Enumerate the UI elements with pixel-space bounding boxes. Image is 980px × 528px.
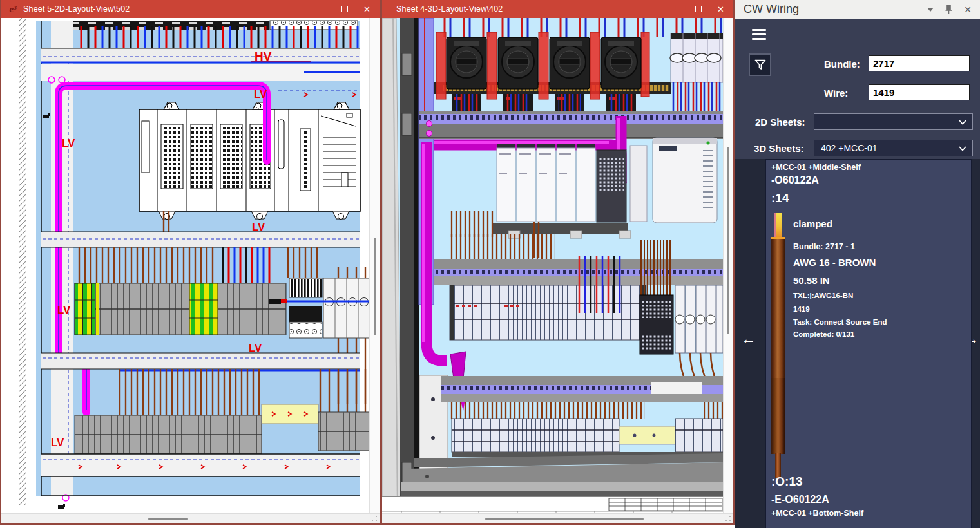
window-title-3d: Sheet 4-3D-Layout-View\402 (396, 5, 675, 14)
wire-graphic (770, 213, 789, 478)
label-lv-4: LV (57, 304, 71, 316)
vertical-scroll-thumb-2d[interactable] (374, 238, 376, 335)
drawing-2d-canvas[interactable]: HV (1, 18, 369, 513)
application-stage: e³ Sheet 5-2D-Layout-View\502 – ✕ (0, 0, 980, 528)
maximize-button-3d[interactable] (695, 6, 702, 12)
sheets-3d-dropdown[interactable]: 402 +MCC-01 (814, 140, 973, 156)
terminal-strip-middle (75, 283, 286, 335)
close-button-2d[interactable]: ✕ (363, 5, 370, 14)
chevron-down-icon (959, 146, 966, 151)
wire-tip-segment (774, 213, 782, 238)
panel-body: Bundle: Wire: 2D Sheets: 3D Sheets: 402 … (735, 19, 980, 528)
wire-gauge-color: AWG 16 - BROWN (793, 257, 876, 268)
wire-task: Task: Connect Source End (793, 318, 887, 326)
sheets-3d-value: 402 +MCC-01 (821, 143, 878, 153)
label-lv-6: LV (51, 437, 64, 449)
location-bottom: +MCC-01 +Bottom-Shelf (771, 509, 863, 518)
wire-type: TXL:|:AWG16-BN (793, 292, 853, 299)
drawing-3d-canvas[interactable] (382, 18, 723, 513)
panel-header: CW Wiring ✕ (735, 0, 980, 19)
window-title-2d: Sheet 5-2D-Layout-View\502 (23, 5, 322, 14)
panel-close-icon[interactable]: ✕ (964, 5, 972, 14)
sheet-2d: HV (1, 18, 369, 513)
wire-detail-card: +MCC-01 +Middle-Shelf -O60122A :14 clamp… (765, 159, 972, 528)
wire-status: clamped (793, 218, 832, 229)
wire-label: Wire: (824, 88, 848, 99)
plc-rack (139, 102, 360, 220)
wire-input[interactable] (869, 84, 970, 100)
vertical-scroll-thumb-3d[interactable] (727, 147, 729, 334)
horizontal-scrollbar-3d[interactable] (382, 513, 733, 523)
close-button-3d[interactable]: ✕ (717, 5, 724, 14)
canvas-3d-container (382, 18, 733, 513)
pin-top: :14 (771, 191, 789, 205)
prev-wire-arrow[interactable]: ← (741, 330, 756, 348)
label-lv-1: LV (254, 88, 267, 100)
wire-length: 50.58 IN (793, 275, 830, 286)
pin-icon[interactable] (945, 5, 953, 14)
horizontal-scroll-thumb-2d[interactable] (148, 518, 188, 520)
sheets-2d-label: 2D Sheets: (755, 117, 805, 127)
resize-grip-2d[interactable] (371, 515, 378, 522)
contactor-row (670, 33, 723, 82)
app-logo-icon: e³ (6, 3, 19, 15)
panel-menu-caret-icon[interactable] (927, 8, 934, 12)
canvas-2d-container: HV (1, 18, 380, 513)
resize-grip-3d[interactable] (725, 515, 731, 522)
location-top: +MCC-01 +Middle-Shelf (771, 163, 861, 172)
funnel-icon (754, 59, 766, 70)
wire-body-segment (771, 237, 785, 378)
label-lv-5: LV (249, 342, 262, 354)
sheets-3d-label: 3D Sheets: (754, 143, 804, 154)
vertical-scrollbar-2d[interactable] (369, 18, 380, 513)
bundle-input[interactable] (869, 55, 970, 71)
titlebar-2d[interactable]: e³ Sheet 5-2D-Layout-View\502 – ✕ (1, 0, 380, 18)
bundle-label: Bundle: (824, 59, 860, 70)
device-top: -O60122A (771, 174, 819, 186)
device-bottom: -E-O60122A (771, 494, 829, 505)
window-2d-layout: e³ Sheet 5-2D-Layout-View\502 – ✕ (0, 0, 381, 525)
wire-body2-segment (771, 378, 785, 454)
wire-detail-area: ← → +MCC-01 +Middle-Shelf -O60122A :14 c… (735, 159, 980, 528)
minimize-button-3d[interactable]: – (675, 5, 680, 14)
vertical-scrollbar-3d[interactable] (723, 18, 733, 513)
pin-bottom: :O:13 (771, 475, 803, 489)
horizontal-scroll-thumb-3d[interactable] (485, 518, 644, 520)
titlebar-3d[interactable]: Sheet 4-3D-Layout-View\402 – ✕ (382, 0, 733, 18)
chevron-down-icon (959, 120, 966, 125)
minimize-button-2d[interactable]: – (322, 5, 326, 14)
maximize-button-2d[interactable] (341, 6, 348, 12)
label-lv-3: LV (252, 221, 265, 233)
horizontal-scrollbar-2d[interactable] (1, 513, 380, 523)
wire-completed: Completed: 0/131 (793, 330, 854, 338)
bundle-info: Bundle: 2717 - 1 (793, 242, 855, 251)
hamburger-menu-icon[interactable] (752, 29, 766, 42)
cw-wiring-panel: CW Wiring ✕ (735, 0, 980, 528)
scene-3d (382, 18, 723, 513)
label-lv-2: LV (62, 137, 75, 149)
sheets-2d-dropdown[interactable] (814, 113, 973, 130)
wire-number: 1419 (793, 305, 810, 313)
panel-title: CW Wiring (744, 3, 927, 16)
filter-button[interactable] (749, 53, 771, 76)
window-3d-layout: Sheet 4-3D-Layout-View\402 – ✕ (381, 0, 735, 525)
label-hv: HV (255, 50, 272, 63)
